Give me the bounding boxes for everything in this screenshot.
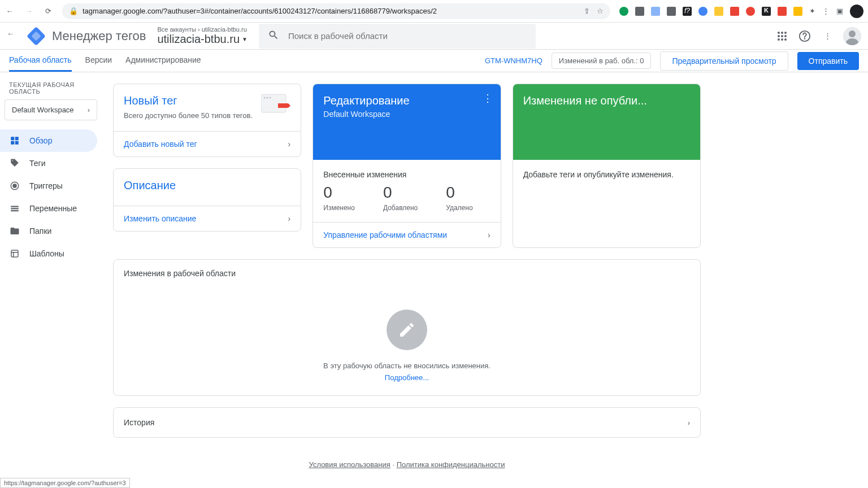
chevron-right-icon: › [688,419,690,427]
user-avatar[interactable] [843,27,861,45]
svg-rect-22 [11,206,19,207]
card-new-tag: Новый тег Всего доступно более 50 типов … [113,84,301,157]
card-description: Описание Изменить описание › [113,168,301,232]
card-title: Изменения не опубли... [523,94,690,107]
svg-point-8 [778,38,780,41]
chevron-right-icon: › [288,140,291,149]
container-id[interactable]: GTM-WNHM7HQ [485,56,542,65]
edit-description-action[interactable]: Изменить описание › [114,206,301,231]
svg-rect-25 [11,250,18,257]
extensions: f? K ✦ ⋮ ▣ [619,5,863,18]
ext-icon[interactable] [778,7,787,16]
chevron-right-icon: › [288,214,291,223]
template-icon [9,248,20,259]
tab-workspace[interactable]: Рабочая область [9,50,72,72]
preview-button[interactable]: Предварительный просмотр [660,51,788,71]
changes-title: Внесенные изменения [323,170,490,179]
ext-icon[interactable] [667,7,676,16]
tag-icon [9,158,20,169]
svg-point-3 [781,32,783,34]
tab-versions[interactable]: Версии [85,50,112,72]
card-history[interactable]: История › [113,407,701,438]
sidebar-item-variables[interactable]: Переменные [0,197,97,220]
extensions-icon[interactable]: ✦ [809,7,815,15]
ext-icon[interactable] [635,7,644,16]
ext-icon[interactable] [793,7,802,16]
panel-icon[interactable]: ▣ [836,7,843,15]
breadcrumb[interactable]: Все аккаунты › utilizacia-btbu.ru utiliz… [157,26,248,46]
apps-icon[interactable] [775,29,789,43]
card-subtitle: Default Workspace [323,110,490,119]
changes-count[interactable]: Изменений в раб. обл.: 0 [552,53,652,69]
svg-rect-24 [11,210,19,211]
chevron-right-icon: › [88,106,90,114]
sidebar-item-folders[interactable]: Папки [0,220,97,242]
sidebar: ТЕКУЩАЯ РАБОЧАЯ ОБЛАСТЬ Default Workspac… [0,72,102,488]
sidebar-item-templates[interactable]: Шаблоны [0,242,97,265]
app-header: ← Менеджер тегов Все аккаунты › utilizac… [0,23,868,50]
tab-admin[interactable]: Администрирование [125,50,201,72]
forward-icon[interactable]: → [24,6,34,16]
tabs-bar: Рабочая область Версии Администрирование… [0,50,868,72]
breadcrumb-account[interactable]: utilizacia-btbu.ru [202,26,247,33]
search-input[interactable] [288,31,527,41]
ext-icon[interactable] [651,7,660,16]
breadcrumb-all[interactable]: Все аккаунты [157,26,196,33]
profile-avatar[interactable] [850,5,863,18]
svg-point-5 [778,35,780,37]
url-bar[interactable]: 🔒 tagmanager.google.com/?authuser=3#/con… [62,3,610,19]
folder-icon [9,225,20,237]
more-vert-icon[interactable]: ⋮ [483,92,493,104]
edit-icon [387,310,427,350]
chrome-menu-icon[interactable]: ⋮ [822,7,830,15]
content: Новый тег Всего доступно более 50 типов … [102,72,712,488]
add-tag-action[interactable]: Добавить новый тег › [114,131,301,156]
svg-rect-18 [11,141,14,145]
sidebar-item-tags[interactable]: Теги [0,152,97,175]
svg-rect-17 [15,137,19,140]
header-back-icon[interactable]: ← [7,29,20,43]
manage-workspaces-action[interactable]: Управление рабочими областями › [313,222,500,247]
terms-link[interactable]: Условия использования [309,460,390,469]
svg-point-7 [784,35,787,37]
ext-icon[interactable] [746,7,755,16]
svg-point-6 [781,35,783,37]
search-box[interactable] [259,24,536,49]
card-title: Изменения в рабочей области [114,260,700,287]
ext-icon[interactable]: K [762,7,771,16]
ext-icon[interactable] [698,7,708,16]
card-title: Редактирование [323,94,490,107]
submit-button[interactable]: Отправить [797,52,859,70]
trigger-icon [9,180,20,191]
svg-point-12 [805,38,805,39]
share-icon[interactable]: ⇧ [584,7,590,15]
ext-icon[interactable] [730,7,739,16]
sidebar-item-triggers[interactable]: Триггеры [0,175,97,197]
svg-point-29 [270,97,271,99]
gtm-logo [27,27,45,45]
status-bar: https://tagmanager.google.com/?authuser=… [0,478,130,488]
privacy-link[interactable]: Политика конфиденциальности [397,460,505,469]
container-selector[interactable]: utilizacia-btbu.ru ▼ [157,33,248,46]
svg-point-4 [784,32,787,34]
back-icon[interactable]: ← [5,6,15,16]
svg-point-21 [13,184,16,188]
reload-icon[interactable]: ⟳ [43,6,53,16]
ext-icon[interactable]: f? [683,7,692,16]
svg-point-10 [784,38,787,41]
help-icon[interactable] [798,29,811,43]
learn-more-link[interactable]: Подробнее... [114,373,700,382]
sidebar-section-label: ТЕКУЩАЯ РАБОЧАЯ ОБЛАСТЬ [0,81,102,95]
product-name: Менеджер тегов [52,29,146,43]
star-icon[interactable]: ☆ [597,7,604,15]
workspace-selector[interactable]: Default Workspace › [5,99,97,120]
svg-point-28 [267,97,268,99]
sidebar-item-overview[interactable]: Обзор [0,129,97,152]
more-vert-icon[interactable]: ⋮ [821,29,834,43]
footer: Условия использования · Политика конфиде… [113,449,701,480]
ext-icon[interactable] [714,7,723,16]
svg-point-27 [264,97,266,99]
variable-icon [9,203,20,214]
card-title: Описание [124,179,290,192]
ext-icon[interactable] [619,7,628,16]
